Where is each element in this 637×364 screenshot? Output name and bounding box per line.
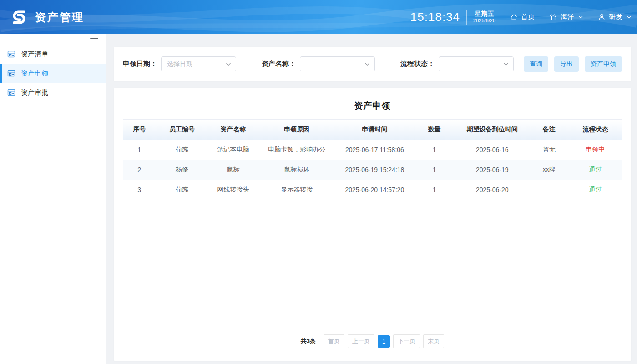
home-icon: [510, 13, 518, 21]
top-header-bar: 资产管理 15:18:34 星期五 2025/6/20 首页 海洋: [0, 0, 637, 34]
table-header-row: 序号 员工编号 资产名称 申领原因 申请时间 数量 期望设备到位时间 备注 流程…: [123, 120, 622, 140]
cell-remark: [530, 180, 569, 200]
process-status-select[interactable]: [439, 56, 514, 71]
status-badge-pending: 申领中: [569, 140, 622, 160]
clock-time: 15:18:34: [410, 10, 460, 24]
cell-reason: 鼠标损坏: [258, 160, 335, 180]
cell-employee: 杨修: [156, 160, 208, 180]
export-button[interactable]: 导出: [554, 56, 579, 72]
cell-no: 3: [123, 180, 156, 200]
table-row: 2 杨修 鼠标 鼠标损坏 2025-06-19 15:24:18 1 2025-…: [123, 160, 622, 180]
window-grid-icon: [7, 50, 16, 59]
status-link-passed[interactable]: 通过: [569, 160, 622, 180]
cell-employee: 荀彧: [156, 140, 208, 160]
filter-asset-label: 资产名称：: [262, 60, 296, 68]
sidebar-item-asset-apply[interactable]: 资产申领: [0, 64, 106, 83]
pagination-next-button[interactable]: 下一页: [393, 334, 420, 348]
col-reason: 申领原因: [258, 120, 335, 140]
sidebar: 资产清单 资产申领 资产审批: [0, 34, 106, 364]
cell-asset: 笔记本电脑: [208, 140, 258, 160]
chevron-down-icon: [364, 61, 370, 67]
chevron-down-icon: [225, 61, 232, 67]
cell-expect-date: 2025-06-20: [455, 180, 530, 200]
cell-reason: 显示器转接: [258, 180, 335, 200]
col-no: 序号: [123, 120, 156, 140]
cell-asset: 鼠标: [208, 160, 258, 180]
nav-team-dropdown[interactable]: 海洋: [549, 13, 583, 21]
cell-qty: 1: [414, 160, 455, 180]
table-title: 资产申领: [114, 88, 631, 112]
filter-date-group: 申领日期： 选择日期: [123, 56, 236, 71]
sidebar-item-label: 资产审批: [21, 88, 48, 97]
sidebar-item-asset-approval[interactable]: 资产审批: [0, 83, 106, 102]
app-title: 资产管理: [35, 10, 84, 25]
cell-qty: 1: [414, 180, 455, 200]
pagination-page-1-button[interactable]: 1: [378, 335, 390, 348]
asset-name-select[interactable]: [300, 56, 375, 71]
asset-apply-table: 序号 员工编号 资产名称 申领原因 申请时间 数量 期望设备到位时间 备注 流程…: [123, 119, 622, 200]
col-qty: 数量: [414, 120, 455, 140]
cell-expect-date: 2025-06-16: [455, 140, 530, 160]
pagination: 共3条 首页 上一页 1 下一页 末页: [114, 334, 631, 348]
scrollbar-track-line: [634, 34, 634, 364]
date-picker-placeholder: 选择日期: [167, 60, 192, 68]
main-content: 申领日期： 选择日期 资产名称： 流程状态：: [106, 34, 637, 364]
query-button[interactable]: 查询: [524, 56, 548, 72]
header-divider: [466, 10, 467, 25]
window-grid-icon: [7, 88, 16, 97]
col-apply-time: 申请时间: [335, 120, 414, 140]
user-icon: [598, 13, 606, 21]
nav-user-label: 研发: [609, 13, 622, 21]
filter-date-label: 申领日期：: [123, 60, 157, 68]
pagination-prev-button[interactable]: 上一页: [348, 334, 374, 348]
cell-no: 1: [123, 140, 156, 160]
pagination-total: 共3条: [301, 337, 316, 345]
pagination-first-button[interactable]: 首页: [324, 334, 344, 348]
cell-reason: 电脑卡顿，影响办公: [258, 140, 335, 160]
asset-apply-card: 资产申领 序号 员工编号 资产名称 申领原因 申请时间 数量 期望设备到位时间 …: [114, 88, 631, 361]
col-remark: 备注: [530, 120, 569, 140]
sidebar-item-label: 资产清单: [21, 50, 48, 59]
filter-status-group: 流程状态：: [400, 56, 514, 71]
app-logo-area: 资产管理: [9, 0, 84, 34]
table-row: 3 荀彧 网线转接头 显示器转接 2025-06-20 14:57:20 1 2…: [123, 180, 622, 200]
col-expect-date: 期望设备到位时间: [455, 120, 530, 140]
sidebar-collapse-button[interactable]: [90, 38, 98, 45]
sidebar-item-asset-list[interactable]: 资产清单: [0, 45, 106, 64]
cell-apply-time: 2025-06-20 14:57:20: [335, 180, 414, 200]
chevron-down-icon: [503, 61, 509, 67]
chevron-down-icon: [627, 15, 632, 20]
cell-no: 2: [123, 160, 156, 180]
weekday-label: 星期五: [475, 10, 494, 18]
cell-asset: 网线转接头: [208, 180, 258, 200]
cell-apply-time: 2025-06-19 15:24:18: [335, 160, 414, 180]
nav-team-label: 海洋: [561, 13, 574, 21]
table-row: 1 荀彧 笔记本电脑 电脑卡顿，影响办公 2025-06-17 11:58:06…: [123, 140, 622, 160]
nav-user-dropdown[interactable]: 研发: [598, 13, 632, 21]
filter-asset-group: 资产名称：: [262, 56, 375, 71]
cell-remark: xx牌: [530, 160, 569, 180]
cell-employee: 荀彧: [156, 180, 208, 200]
filter-bar: 申领日期： 选择日期 资产名称： 流程状态：: [114, 47, 631, 81]
cell-expect-date: 2025-06-19: [455, 160, 530, 180]
date-picker-select[interactable]: 选择日期: [161, 56, 236, 71]
pagination-last-button[interactable]: 末页: [423, 334, 444, 348]
filter-status-label: 流程状态：: [400, 60, 435, 68]
nav-home[interactable]: 首页: [510, 13, 535, 21]
sidebar-menu: 资产清单 资产申领 资产审批: [0, 45, 106, 102]
asset-apply-button[interactable]: 资产申领: [585, 56, 622, 72]
sidebar-item-label: 资产申领: [21, 69, 48, 78]
filter-actions: 查询 导出 资产申领: [524, 56, 622, 72]
status-link-passed[interactable]: 通过: [569, 180, 622, 200]
cell-qty: 1: [414, 140, 455, 160]
cell-apply-time: 2025-06-17 11:58:06: [335, 140, 414, 160]
date-label: 2025/6/20: [473, 18, 495, 24]
col-employee: 员工编号: [156, 120, 208, 140]
chevron-down-icon: [578, 15, 583, 20]
col-asset: 资产名称: [208, 120, 258, 140]
cell-remark: 暂无: [530, 140, 569, 160]
tshirt-icon: [549, 13, 557, 21]
date-block: 星期五 2025/6/20: [473, 10, 495, 24]
app-logo-icon: [9, 7, 29, 27]
nav-home-label: 首页: [521, 13, 535, 21]
